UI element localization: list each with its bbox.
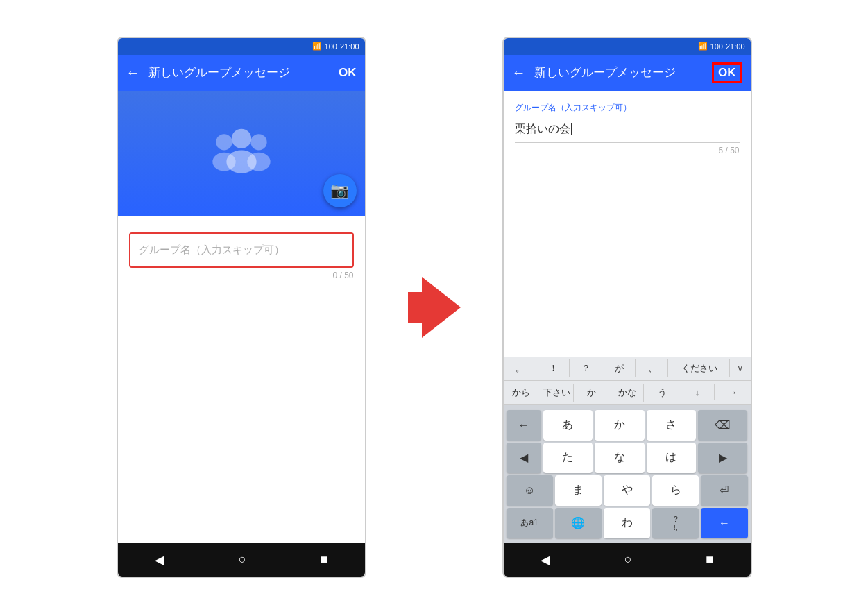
svg-point-4 — [231, 128, 250, 148]
key-next[interactable]: ▶ — [698, 443, 747, 473]
app-bar-left: ← 新しいグループメッセージ OK — [118, 55, 365, 91]
char-count-right: 5 / 50 — [515, 146, 740, 155]
app-title-right: 新しいグループメッセージ — [534, 65, 707, 80]
key-right-ctrl[interactable]: ◀ — [507, 443, 541, 473]
back-button-left[interactable]: ← — [126, 65, 140, 80]
char-count-left: 0 / 50 — [129, 271, 354, 280]
sug-→[interactable]: → — [716, 384, 749, 400]
app-bar-right: ← 新しいグループメッセージ OK — [504, 55, 751, 91]
sug-？[interactable]: ？ — [571, 359, 603, 377]
key-enter[interactable]: ⏎ — [701, 475, 747, 506]
key-na[interactable]: な — [595, 443, 644, 473]
field-value-right: 栗拾いの会 — [515, 123, 570, 135]
sug-ください[interactable]: ください — [670, 359, 729, 377]
signal-icon: 📶 — [312, 42, 322, 51]
key-ka[interactable]: か — [595, 410, 644, 441]
status-bar-right: 📶 100 21:00 — [504, 38, 751, 55]
svg-point-5 — [226, 150, 256, 173]
group-name-input-left[interactable]: グループ名（入力スキップ可） — [129, 232, 354, 268]
phone-left: 📶 100 21:00 ← 新しいグループメッセージ OK 📷 — [117, 37, 366, 578]
ok-button-left[interactable]: OK — [339, 66, 357, 80]
content-area-left: グループ名（入力スキップ可） 0 / 50 — [118, 216, 365, 543]
sug-が[interactable]: が — [604, 359, 636, 377]
key-ya[interactable]: や — [604, 475, 650, 506]
arrow-container — [408, 277, 461, 338]
key-sa[interactable]: さ — [647, 410, 696, 441]
phone-right: 📶 100 21:00 ← 新しいグループメッセージ OK グループ名（入力スキ… — [502, 37, 752, 578]
recent-nav-left[interactable]: ■ — [320, 552, 327, 567]
key-a[interactable]: あ — [543, 410, 593, 441]
battery-right: 100 — [710, 42, 723, 51]
back-nav-right[interactable]: ◀ — [541, 552, 550, 568]
app-title-left: 新しいグループメッセージ — [148, 65, 334, 80]
key-mode[interactable]: あa1 — [507, 508, 553, 538]
nav-bar-right: ◀ ○ ■ — [504, 543, 751, 577]
expand-icon[interactable]: ∨ — [731, 360, 749, 376]
battery-left: 100 — [325, 42, 337, 51]
key-emoji[interactable]: ☺ — [507, 475, 553, 506]
key-row-3: ☺ ま や ら ⏎ — [507, 475, 748, 506]
signal-icon-right: 📶 — [698, 42, 708, 51]
key-left-ctrl[interactable]: ← — [507, 410, 541, 441]
time-left: 21:00 — [340, 42, 359, 51]
sug-↓[interactable]: ↓ — [681, 384, 715, 400]
keyboard-suggestion-row1: 。 ！ ？ が 、 ください ∨ — [504, 357, 751, 381]
key-row-1: ← あ か さ ⌫ — [507, 410, 748, 441]
keyboard-suggestion-row2: から 下さい か かな う ↓ → — [504, 381, 751, 405]
recent-nav-right[interactable]: ■ — [706, 552, 713, 567]
key-ra[interactable]: ら — [652, 475, 699, 506]
key-ta[interactable]: た — [543, 443, 593, 473]
nav-bar-left: ◀ ○ ■ — [118, 543, 365, 577]
sug-う[interactable]: う — [645, 384, 679, 402]
key-ha[interactable]: は — [647, 443, 696, 473]
key-ma[interactable]: ま — [555, 475, 602, 506]
spacer-right — [504, 161, 751, 357]
camera-fab[interactable]: 📷 — [323, 174, 357, 207]
time-right: 21:00 — [726, 42, 745, 51]
key-globe[interactable]: 🌐 — [555, 508, 602, 538]
sug-下さい[interactable]: 下さい — [540, 384, 574, 402]
sug-！[interactable]: ！ — [538, 359, 570, 377]
group-icon — [207, 124, 276, 182]
input-placeholder-left: グループ名（入力スキップ可） — [139, 244, 284, 255]
back-button-right[interactable]: ← — [512, 65, 526, 80]
back-nav-left[interactable]: ◀ — [155, 552, 164, 568]
group-name-input-right[interactable]: 栗拾いの会 — [515, 117, 740, 143]
camera-icon: 📷 — [330, 182, 349, 200]
sug-か[interactable]: か — [575, 384, 609, 402]
key-row-4: あa1 🌐 わ ?!, ← — [507, 508, 748, 538]
content-area-right: グループ名（入力スキップ可） 栗拾いの会 5 / 50 — [504, 91, 751, 161]
home-nav-left[interactable]: ○ — [239, 552, 246, 567]
field-label-right: グループ名（入力スキップ可） — [515, 102, 740, 114]
key-wa[interactable]: わ — [604, 508, 650, 538]
status-bar-left: 📶 100 21:00 — [118, 38, 365, 55]
key-row-2: ◀ た な は ▶ — [507, 443, 748, 473]
key-backspace-blue[interactable]: ← — [701, 508, 747, 538]
keyboard: ← あ か さ ⌫ ◀ た な は ▶ ☺ ま や ら ⏎ あa1 🌐 わ ?!… — [504, 405, 751, 543]
svg-point-2 — [250, 134, 266, 150]
sug-から[interactable]: から — [505, 384, 539, 402]
group-image-area: 📷 — [118, 91, 365, 216]
svg-point-0 — [216, 134, 232, 150]
sug-、[interactable]: 、 — [637, 359, 669, 377]
ok-button-right[interactable]: OK — [712, 62, 742, 83]
home-nav-right[interactable]: ○ — [624, 552, 632, 567]
sug-かな[interactable]: かな — [611, 384, 645, 402]
sug-。[interactable]: 。 — [505, 359, 537, 377]
key-punctuation[interactable]: ?!, — [652, 508, 699, 538]
key-backspace[interactable]: ⌫ — [698, 410, 747, 441]
